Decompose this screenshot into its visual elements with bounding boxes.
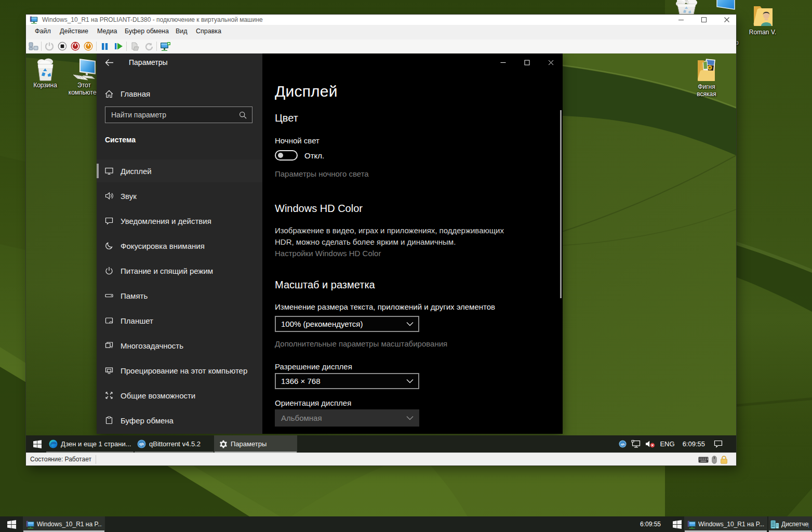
guest-desktop-icon-recycle-bin[interactable]: Корзина bbox=[32, 58, 59, 89]
toolbar-start-button-disabled[interactable] bbox=[44, 41, 55, 51]
sidebar-item-11[interactable]: Буфер обмена bbox=[97, 409, 262, 432]
toolbar-resume-button[interactable] bbox=[113, 41, 124, 51]
resolution-select[interactable]: 1366 × 768 bbox=[275, 373, 419, 389]
menu-file[interactable]: Файл bbox=[35, 28, 51, 35]
resolution-select-value: 1366 × 768 bbox=[281, 377, 321, 385]
sidebar-item-3[interactable]: Уведомления и действия bbox=[97, 209, 262, 232]
settings-scrollbar[interactable] bbox=[560, 110, 562, 298]
host-desktop-icon-roman-folder[interactable]: Roman V. bbox=[748, 3, 777, 36]
settings-maximize-button[interactable] bbox=[515, 54, 539, 71]
night-light-settings-link[interactable]: Параметры ночного света bbox=[275, 169, 369, 178]
status-keyboard-icon bbox=[698, 457, 709, 463]
settings-search-input[interactable] bbox=[105, 111, 239, 119]
settings-close-button[interactable] bbox=[539, 54, 563, 71]
color-section-heading: Цвет bbox=[275, 112, 298, 124]
action-center-icon[interactable] bbox=[714, 440, 723, 448]
tray-volume-muted-icon[interactable] bbox=[645, 440, 655, 448]
toolbar-pause-button[interactable] bbox=[99, 41, 110, 51]
sidebar-item-9[interactable]: Проецирование на этот компьютер bbox=[97, 359, 262, 382]
sidebar-item-6[interactable]: Память bbox=[97, 284, 262, 307]
menu-clipboard[interactable]: Буфер обмена bbox=[125, 28, 169, 35]
vmconnect-icon bbox=[26, 520, 35, 529]
settings-minimize-button[interactable] bbox=[491, 54, 515, 71]
host-taskbar-task-manager-button[interactable]: Диспетчер задач bbox=[768, 516, 812, 532]
orientation-select-disabled[interactable]: Альбомная bbox=[275, 409, 419, 427]
toolbar-shutdown-button[interactable] bbox=[83, 41, 94, 51]
toolbar-checkpoint-button-disabled[interactable] bbox=[129, 41, 140, 51]
power-gray-icon bbox=[45, 42, 54, 51]
host-taskbar-clock[interactable]: 6:09:55 bbox=[640, 516, 661, 532]
night-light-toggle[interactable] bbox=[275, 150, 298, 161]
tray-language[interactable]: ENG bbox=[660, 440, 674, 448]
guest-stuff-folder-label: Фигня всякая bbox=[697, 83, 716, 98]
sidebar-item-2[interactable]: Звук bbox=[97, 184, 262, 207]
toolbar-revert-button-disabled[interactable] bbox=[143, 41, 154, 51]
sidebar-home-item[interactable]: Главная bbox=[105, 88, 254, 99]
this-pc-icon bbox=[72, 58, 97, 82]
toolbar-enhanced-session-button[interactable] bbox=[159, 41, 171, 51]
vm-connection-window: Windows_10_R1 на PROLIANT-DL380 - подклю… bbox=[26, 15, 736, 466]
sidebar-item-label: Планшет bbox=[121, 316, 153, 325]
menu-action[interactable]: Действие bbox=[60, 28, 88, 35]
sidebar-item-icon bbox=[105, 267, 113, 275]
scale-select[interactable]: 100% (рекомендуется) bbox=[275, 316, 419, 332]
power-orange-icon bbox=[84, 42, 93, 51]
revert-icon bbox=[144, 42, 153, 51]
task-manager-icon bbox=[770, 520, 779, 529]
toolbar-stop-button[interactable] bbox=[57, 41, 68, 51]
host-desktop-icon-recycle-bin[interactable] bbox=[673, 0, 699, 15]
back-button[interactable] bbox=[105, 59, 114, 66]
toolbar-separator bbox=[41, 42, 42, 51]
chevron-down-icon bbox=[406, 322, 414, 326]
settings-search-box[interactable] bbox=[105, 107, 252, 123]
toolbar-ctrl-alt-del-button[interactable] bbox=[28, 41, 38, 51]
host-taskbar-vm-button-monitor2[interactable]: Windows_10_R1 на P... bbox=[684, 516, 767, 532]
qbittorrent-icon: qb bbox=[137, 440, 146, 448]
host-desktop-icon-display[interactable] bbox=[715, 0, 736, 12]
statusbar-separator bbox=[96, 455, 96, 464]
settings-app-title: Параметры bbox=[129, 58, 168, 66]
menu-help[interactable]: Справка bbox=[196, 28, 221, 35]
display-blue-icon bbox=[715, 0, 737, 12]
toggle-knob bbox=[278, 153, 283, 158]
orientation-select-value: Альбомная bbox=[281, 414, 322, 422]
tray-qbittorrent-icon[interactable]: qb bbox=[619, 440, 627, 448]
sidebar-item-10[interactable]: Общие возможности bbox=[97, 384, 262, 407]
vm-titlebar[interactable]: Windows_10_R1 на PROLIANT-DL380 - подклю… bbox=[26, 15, 736, 25]
vm-close-button[interactable] bbox=[723, 17, 730, 23]
sidebar-item-7[interactable]: Планшет bbox=[97, 309, 262, 332]
sidebar-item-4[interactable]: Фокусировка внимания bbox=[97, 234, 262, 257]
guest-taskbar-browser-label: Дзен и еще 1 страни... bbox=[61, 440, 131, 448]
host-start-button[interactable] bbox=[0, 516, 23, 532]
vm-menubar: Файл Действие Медиа Буфер обмена Вид Спр… bbox=[26, 25, 736, 39]
sidebar-item-1[interactable]: Дисплей bbox=[97, 159, 262, 182]
advanced-scaling-link[interactable]: Дополнительные параметры масштабирования bbox=[275, 339, 447, 348]
vm-maximize-button[interactable] bbox=[700, 17, 707, 23]
menu-view[interactable]: Вид bbox=[176, 28, 188, 35]
settings-caption-buttons bbox=[491, 54, 563, 71]
scale-label: Изменение размера текста, приложений и д… bbox=[275, 302, 495, 311]
guest-recycle-bin-icon bbox=[34, 58, 57, 82]
guest-desktop-icon-stuff-folder[interactable]: Фигня всякая bbox=[693, 58, 721, 98]
tray-clock[interactable]: 6:09:55 bbox=[683, 440, 705, 448]
sidebar-item-icon bbox=[105, 217, 113, 225]
guest-taskbar-settings-label: Параметры bbox=[231, 440, 267, 448]
sidebar-item-5[interactable]: Питание и спящий режим bbox=[97, 259, 262, 282]
guest-taskbar-browser-button[interactable]: Дзен и еще 1 страни... bbox=[46, 435, 134, 453]
menu-media[interactable]: Медиа bbox=[97, 28, 117, 35]
toolbar-turn-off-button[interactable] bbox=[70, 41, 81, 51]
hdr-settings-link[interactable]: Настройки Windows HD Color bbox=[275, 249, 381, 258]
vm-minimize-button[interactable] bbox=[677, 17, 684, 23]
pictures-folder-icon bbox=[696, 58, 717, 83]
guest-taskbar-qbittorrent-label: qBittorrent v4.5.2 bbox=[149, 440, 201, 448]
guest-taskbar-qbittorrent-button[interactable]: qb qBittorrent v4.5.2 bbox=[134, 435, 214, 453]
sidebar-item-icon bbox=[105, 416, 113, 424]
vm-window-icon bbox=[30, 16, 38, 24]
guest-desktop-icon-this-pc[interactable]: Этот компьютер bbox=[71, 58, 98, 96]
sidebar-item-8[interactable]: Многозадачность bbox=[97, 334, 262, 357]
tray-display-icon[interactable] bbox=[631, 440, 641, 448]
host-taskbar-vm-button[interactable]: Windows_10_R1 на P... bbox=[23, 516, 105, 532]
chevron-down-icon bbox=[406, 379, 414, 383]
guest-taskbar-settings-button[interactable]: Параметры bbox=[214, 435, 297, 453]
toolbar-separator bbox=[126, 42, 127, 51]
